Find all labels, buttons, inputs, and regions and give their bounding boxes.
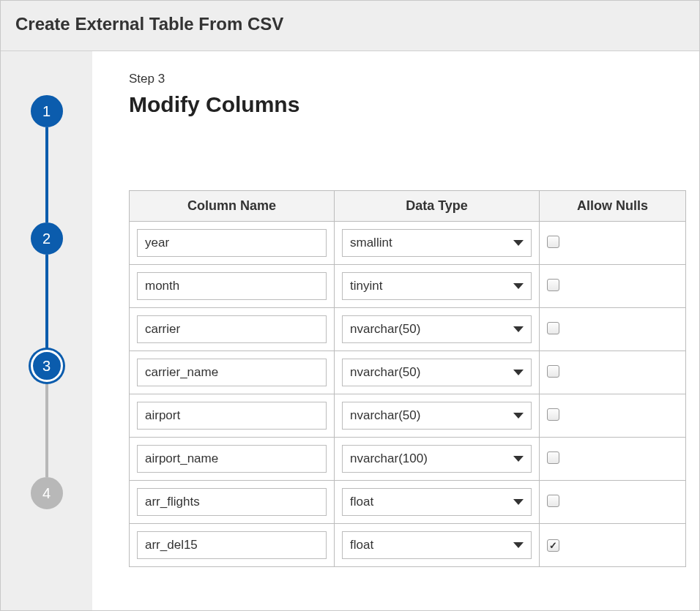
chevron-down-icon <box>513 240 524 246</box>
dialog-title: Create External Table From CSV <box>15 14 685 34</box>
column-name-input[interactable] <box>137 445 327 473</box>
chevron-down-icon <box>513 370 524 375</box>
dialog-body: 1234 Step 3 Modify Columns Column Name D… <box>1 51 699 610</box>
column-name-input[interactable] <box>137 488 327 516</box>
column-name-input[interactable] <box>137 359 327 386</box>
step-circle-4[interactable]: 4 <box>31 477 63 509</box>
column-name-input[interactable] <box>137 272 327 300</box>
allow-nulls-checkbox[interactable] <box>547 408 559 421</box>
columns-table: Column Name Data Type Allow Nulls smalli… <box>129 190 686 567</box>
data-type-select[interactable]: tinyint <box>342 272 532 300</box>
title-bar: Create External Table From CSV <box>1 1 699 51</box>
chevron-down-icon <box>513 542 524 548</box>
header-column-name: Column Name <box>130 191 335 222</box>
column-name-input[interactable] <box>137 531 327 559</box>
step-circle-2[interactable]: 2 <box>31 222 63 255</box>
step-circle-3[interactable]: 3 <box>31 350 63 382</box>
allow-nulls-checkbox[interactable] <box>547 279 559 291</box>
columns-table-body: smallinttinyintnvarchar(50)nvarchar(50)n… <box>130 222 686 567</box>
table-row: nvarchar(100) <box>130 438 686 481</box>
step-circle-1[interactable]: 1 <box>31 95 63 127</box>
table-row: nvarchar(50) <box>130 394 686 438</box>
table-header-row: Column Name Data Type Allow Nulls <box>130 191 686 222</box>
allow-nulls-checkbox[interactable] <box>547 539 559 552</box>
data-type-select[interactable]: smallint <box>342 229 532 257</box>
allow-nulls-checkbox[interactable] <box>547 451 559 464</box>
data-type-value: nvarchar(50) <box>350 408 420 423</box>
column-name-input[interactable] <box>137 402 327 430</box>
page-title: Modify Columns <box>129 92 689 117</box>
allow-nulls-checkbox[interactable] <box>547 495 559 507</box>
data-type-value: nvarchar(100) <box>350 451 428 466</box>
data-type-select[interactable]: float <box>342 531 532 559</box>
data-type-select[interactable]: nvarchar(100) <box>342 445 532 473</box>
data-type-value: nvarchar(50) <box>350 322 420 337</box>
header-data-type: Data Type <box>335 191 540 222</box>
table-row: smallint <box>130 222 686 265</box>
chevron-down-icon <box>513 413 524 419</box>
allow-nulls-checkbox[interactable] <box>547 322 559 334</box>
column-name-input[interactable] <box>137 315 327 343</box>
data-type-value: smallint <box>350 236 392 250</box>
table-row: float <box>130 481 686 524</box>
data-type-select[interactable]: nvarchar(50) <box>342 359 532 386</box>
column-name-input[interactable] <box>137 229 327 257</box>
data-type-value: float <box>350 495 373 509</box>
chevron-down-icon <box>513 326 524 332</box>
step-connector <box>45 255 48 350</box>
table-row: tinyint <box>130 265 686 308</box>
data-type-select[interactable]: nvarchar(50) <box>342 402 532 430</box>
dialog-window: Create External Table From CSV 1234 Step… <box>0 0 700 611</box>
table-row: nvarchar(50) <box>130 351 686 394</box>
step-connector <box>45 382 48 477</box>
data-type-select[interactable]: float <box>342 488 532 516</box>
chevron-down-icon <box>513 456 524 462</box>
chevron-down-icon <box>513 499 524 505</box>
data-type-select[interactable]: nvarchar(50) <box>342 315 532 343</box>
header-allow-nulls: Allow Nulls <box>540 191 686 222</box>
table-row: nvarchar(50) <box>130 308 686 351</box>
table-row: float <box>130 524 686 567</box>
step-connector <box>45 127 48 222</box>
data-type-value: nvarchar(50) <box>350 365 420 380</box>
allow-nulls-checkbox[interactable] <box>547 365 559 378</box>
data-type-value: tinyint <box>350 279 382 293</box>
chevron-down-icon <box>513 283 524 289</box>
step-label: Step 3 <box>129 72 689 86</box>
allow-nulls-checkbox[interactable] <box>547 236 559 248</box>
data-type-value: float <box>350 538 373 552</box>
main-panel: Step 3 Modify Columns Column Name Data T… <box>92 51 699 610</box>
wizard-stepper: 1234 <box>1 51 92 610</box>
